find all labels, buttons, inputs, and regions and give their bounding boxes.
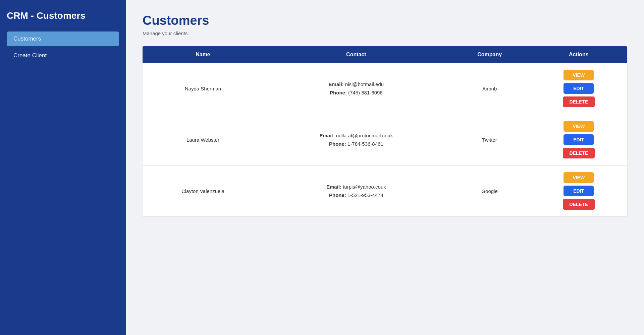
page-subtitle: Manage your clients. [143,30,627,36]
view-button-2[interactable]: VIEW [564,172,594,183]
sidebar-title: CRM - Customers [7,10,119,21]
delete-button-0[interactable]: DELETE [563,96,595,107]
edit-button-0[interactable]: EDIT [564,83,594,94]
sidebar-nav: Customers Create Client [7,31,119,63]
col-header-name: Name [143,46,263,63]
cell-actions: VIEWEDITDELETE [530,114,627,165]
cell-name: Nayda Sherman [143,63,263,114]
phone-label: Phone: [329,192,346,198]
col-header-company: Company [449,46,530,63]
table-body: Nayda ShermanEmail: nisl@hotmail.eduPhon… [143,63,627,216]
cell-company: Airbnb [449,63,530,114]
phone-value: 1-784-536-8461 [347,141,383,147]
table-row: Clayton ValenzuelaEmail: turpis@yahoo.co… [143,165,627,217]
delete-button-1[interactable]: DELETE [563,148,595,158]
cell-name: Clayton Valenzuela [143,165,263,217]
actions-container: VIEWEDITDELETE [537,121,621,158]
edit-button-1[interactable]: EDIT [564,134,594,145]
page-title: Customers [143,13,627,28]
email-value: nisl@hotmail.edu [345,81,384,87]
email-label: Email: [320,133,335,138]
cell-company: Twitter [449,114,530,165]
sidebar-item-create-client[interactable]: Create Client [7,48,119,63]
cell-name: Laura Webster [143,114,263,165]
view-button-0[interactable]: VIEW [564,70,594,80]
cell-actions: VIEWEDITDELETE [530,165,627,217]
table-header-row: Name Contact Company Actions [143,46,627,63]
actions-container: VIEWEDITDELETE [537,172,621,210]
email-label: Email: [326,184,341,190]
col-header-contact: Contact [263,46,449,63]
sidebar: CRM - Customers Customers Create Client [0,0,126,335]
email-value: turpis@yahoo.couk [343,184,386,190]
sidebar-item-customers[interactable]: Customers [7,31,119,46]
phone-label: Phone: [330,90,347,95]
edit-button-2[interactable]: EDIT [564,186,594,196]
phone-value: 1-521-953-4474 [347,192,383,198]
table-row: Laura WebsterEmail: nulla.at@protonmail.… [143,114,627,165]
phone-value: (745) 881-6096 [348,90,383,95]
main-content: Customers Manage your clients. Name Cont… [126,0,644,335]
table-row: Nayda ShermanEmail: nisl@hotmail.eduPhon… [143,63,627,114]
cell-contact: Email: nulla.at@protonmail.coukPhone: 1-… [263,114,449,165]
cell-contact: Email: turpis@yahoo.coukPhone: 1-521-953… [263,165,449,217]
phone-label: Phone: [329,141,346,147]
customers-table: Name Contact Company Actions Nayda Sherm… [143,46,627,216]
cell-actions: VIEWEDITDELETE [530,63,627,114]
email-value: nulla.at@protonmail.couk [336,133,393,138]
cell-contact: Email: nisl@hotmail.eduPhone: (745) 881-… [263,63,449,114]
actions-container: VIEWEDITDELETE [537,70,621,107]
cell-company: Google [449,165,530,217]
col-header-actions: Actions [530,46,627,63]
email-label: Email: [329,81,344,87]
delete-button-2[interactable]: DELETE [563,199,595,210]
view-button-1[interactable]: VIEW [564,121,594,132]
